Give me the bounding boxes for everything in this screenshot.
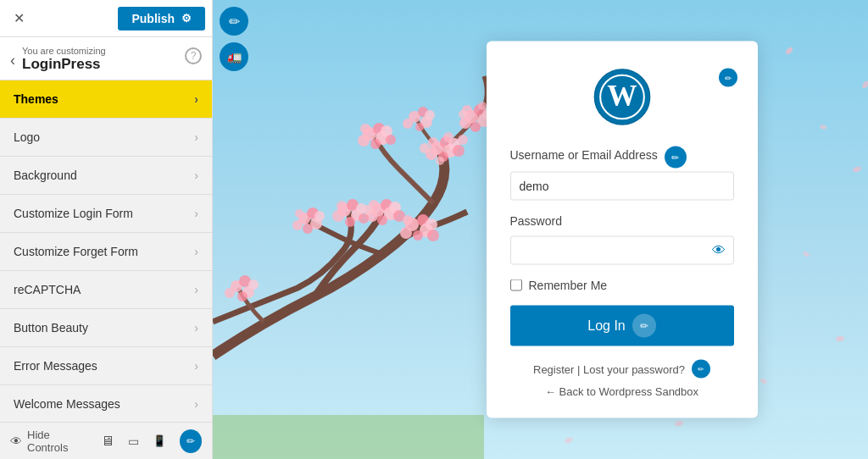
login-button-edit[interactable]: ✏ xyxy=(632,314,656,338)
nav-item-label-background: Background xyxy=(14,169,77,182)
bottom-bar: 👁 Hide Controls 🖥 ▭ 📱 ✏ xyxy=(0,422,212,459)
publish-button[interactable]: Publish ⚙ xyxy=(118,7,205,30)
nav-item-label-customize-login-form: Customize Login Form xyxy=(14,207,133,220)
customizing-label: You are customizing xyxy=(22,46,106,56)
nav-item-label-button-beauty: Button Beauty xyxy=(14,321,88,335)
logo-edit-button[interactable]: ✏ xyxy=(719,69,737,87)
username-label-edit-button[interactable]: ✏ xyxy=(665,147,687,169)
nav-item-error-messages[interactable]: Error Messages › xyxy=(0,347,212,385)
nav-item-label-welcome-messages: Welcome Messages xyxy=(14,397,120,411)
svg-point-67 xyxy=(360,124,370,134)
hide-controls-button[interactable]: 👁 Hide Controls xyxy=(10,429,87,454)
publish-label: Publish xyxy=(131,12,175,25)
edit-icon: ✏ xyxy=(698,365,704,373)
login-card: W ✏ Username or Email Address ✏ xyxy=(487,41,758,418)
svg-point-64 xyxy=(358,135,370,147)
svg-point-35 xyxy=(332,210,344,222)
svg-point-56 xyxy=(400,227,412,239)
svg-point-73 xyxy=(415,123,424,131)
svg-point-26 xyxy=(470,122,481,132)
login-button[interactable]: Log In ✏ xyxy=(510,306,734,346)
nav-item-customize-forget-form[interactable]: Customize Forget Form › xyxy=(0,233,212,271)
password-visibility-toggle[interactable]: 👁 xyxy=(712,243,726,258)
svg-point-7 xyxy=(428,137,438,147)
edit-icon: ✏ xyxy=(725,73,732,82)
svg-point-25 xyxy=(459,117,471,129)
footer-links-text: Register | Lost your password? xyxy=(533,362,685,375)
back-arrow-icon[interactable]: ‹ xyxy=(10,51,15,68)
nav-item-recaptcha[interactable]: reCAPTCHA › xyxy=(0,271,212,309)
svg-point-57 xyxy=(413,230,423,241)
svg-point-43 xyxy=(292,220,303,230)
footer-links-edit-button[interactable]: ✏ xyxy=(692,360,710,379)
lost-password-link[interactable]: Lost your password? xyxy=(583,362,685,375)
svg-point-60 xyxy=(427,230,439,241)
nav-chevron-recaptcha: › xyxy=(194,283,198,296)
preview-truck-button[interactable]: 🚛 xyxy=(220,42,248,71)
svg-point-36 xyxy=(345,217,355,227)
nav-item-welcome-messages[interactable]: Welcome Messages › xyxy=(0,385,212,422)
svg-point-65 xyxy=(370,139,381,149)
nav-item-label-error-messages: Error Messages xyxy=(14,359,97,373)
svg-point-45 xyxy=(314,211,325,221)
nav-item-label-logo: Logo xyxy=(14,130,40,144)
nav-menu: Themes › Logo › Background › Customize L… xyxy=(0,80,212,422)
svg-point-68 xyxy=(386,135,396,145)
nav-item-label-recaptcha: reCAPTCHA xyxy=(14,283,81,296)
nav-item-label-customize-forget-form: Customize Forget Form xyxy=(14,245,138,258)
site-title: LoginPress xyxy=(22,56,106,73)
tablet-device-button[interactable]: ▭ xyxy=(125,431,142,451)
svg-point-51 xyxy=(237,291,248,301)
username-input[interactable] xyxy=(510,172,734,201)
desktop-device-button[interactable]: 🖥 xyxy=(97,430,118,452)
preview-area: ✏ 🚛 W ✏ xyxy=(213,0,868,459)
remember-me-label: Remember Me xyxy=(529,279,608,292)
username-field-group: Username or Email Address ✏ xyxy=(510,147,734,201)
edit-icon: ✏ xyxy=(229,14,240,30)
help-button[interactable]: ? xyxy=(185,47,202,64)
register-link[interactable]: Register xyxy=(533,362,574,375)
panel-header: ‹ You are customizing LoginPress ? xyxy=(0,37,212,80)
svg-point-10 xyxy=(443,132,453,142)
svg-point-44 xyxy=(303,224,313,234)
nav-item-button-beauty[interactable]: Button Beauty › xyxy=(0,309,212,347)
nav-chevron-themes: › xyxy=(194,92,198,106)
help-icon: ? xyxy=(191,50,197,62)
mobile-device-button[interactable]: 📱 xyxy=(149,431,170,451)
preview-navigation: ✏ 🚛 xyxy=(220,7,248,71)
edit-icon: ✏ xyxy=(640,320,648,332)
nav-chevron-logo: › xyxy=(194,130,198,144)
password-input[interactable] xyxy=(510,236,734,265)
truck-icon: 🚛 xyxy=(227,50,242,64)
nav-chevron-background: › xyxy=(194,169,198,182)
nav-item-background[interactable]: Background › xyxy=(0,157,212,195)
nav-item-label-themes: Themes xyxy=(14,92,58,106)
svg-point-59 xyxy=(403,215,413,225)
svg-point-12 xyxy=(458,135,468,145)
close-button[interactable]: ✕ xyxy=(0,0,37,37)
svg-point-74 xyxy=(425,110,435,120)
svg-point-46 xyxy=(295,209,303,218)
nav-chevron-customize-forget-form: › xyxy=(194,245,198,258)
login-card-wrapper: W ✏ Username or Email Address ✏ xyxy=(487,41,758,418)
svg-text:W: W xyxy=(607,79,637,113)
preview-edit-button[interactable]: ✏ xyxy=(220,7,248,36)
back-to-site-link[interactable]: ← Back to Wordpress Sandbox xyxy=(510,385,734,398)
password-field-group: Password 👁 xyxy=(510,214,734,265)
edit-icon: ✏ xyxy=(186,435,195,447)
wordpress-logo: W xyxy=(593,69,651,126)
close-icon: ✕ xyxy=(14,10,25,26)
remember-me-checkbox[interactable] xyxy=(510,279,522,291)
nav-item-customize-login-form[interactable]: Customize Login Form › xyxy=(0,195,212,233)
bottom-edit-button[interactable]: ✏ xyxy=(180,429,202,453)
password-label: Password xyxy=(510,214,562,228)
svg-point-8 xyxy=(453,145,465,157)
svg-point-72 xyxy=(403,119,413,129)
svg-point-38 xyxy=(337,201,347,211)
svg-point-30 xyxy=(459,110,467,119)
nav-item-logo[interactable]: Logo › xyxy=(0,119,212,157)
nav-chevron-welcome-messages: › xyxy=(194,397,198,411)
svg-point-52 xyxy=(248,279,259,290)
svg-point-37 xyxy=(356,203,366,213)
nav-item-themes[interactable]: Themes › xyxy=(0,80,212,119)
